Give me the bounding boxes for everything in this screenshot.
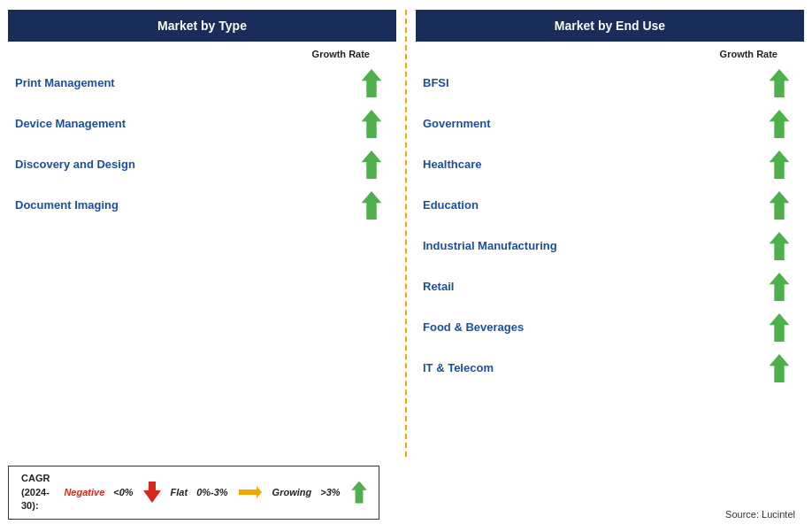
green-up-arrow-icon <box>767 67 792 99</box>
list-item: Document Imaging <box>8 185 396 226</box>
svg-marker-10 <box>770 312 790 341</box>
arrow-up-3 <box>354 189 389 221</box>
green-up-arrow-icon <box>359 108 384 140</box>
panels-area: Market by Type Growth Rate Print Managem… <box>8 10 804 458</box>
right-item-label-2: Healthcare <box>423 158 762 171</box>
green-up-arrow-legend-icon <box>349 480 369 505</box>
arrow-up-r0 <box>762 67 797 99</box>
green-up-arrow-icon <box>767 352 792 384</box>
list-item: Government <box>416 104 804 144</box>
list-item: Print Management <box>8 63 396 104</box>
right-item-label-7: IT & Telecom <box>423 361 762 374</box>
arrow-up-r6 <box>762 312 797 343</box>
svg-marker-1 <box>362 109 382 137</box>
legend: CAGR (2024-30): Negative <0% Flat 0%-3% <box>8 466 379 519</box>
arrow-up-1 <box>354 108 389 140</box>
svg-marker-9 <box>770 272 790 300</box>
legend-flat-value: 0%-3% <box>196 487 227 497</box>
flat-label: Flat <box>171 487 188 497</box>
arrow-up-r2 <box>762 149 797 181</box>
cagr-label: CAGR (2024-30): <box>21 472 50 513</box>
legend-growing-arrow <box>349 480 369 505</box>
arrow-up-r4 <box>762 230 797 262</box>
svg-marker-6 <box>770 150 790 178</box>
svg-marker-3 <box>362 190 382 219</box>
list-item: Device Management <box>8 104 396 144</box>
growing-value-text: >3% <box>320 487 340 497</box>
right-panel: Market by End Use Growth Rate BFSI Gover… <box>416 10 804 458</box>
svg-marker-11 <box>770 353 790 382</box>
left-item-label-1: Device Management <box>15 117 354 130</box>
right-item-label-6: Food & Beverages <box>423 320 762 334</box>
arrow-up-r1 <box>762 108 797 140</box>
flat-value-text: 0%-3% <box>196 487 227 497</box>
source-label: Source: Lucintel <box>725 509 804 520</box>
green-up-arrow-icon <box>359 149 384 181</box>
svg-marker-4 <box>770 68 790 96</box>
bottom-bar: CAGR (2024-30): Negative <0% Flat 0%-3% <box>8 457 804 522</box>
negative-value-text: <0% <box>113 487 133 497</box>
list-item: Retail <box>416 266 804 307</box>
left-item-label-2: Discovery and Design <box>15 158 354 171</box>
left-growth-rate-label: Growth Rate <box>8 49 396 59</box>
arrow-up-r7 <box>762 352 797 384</box>
legend-negative-value: <0% <box>113 487 133 497</box>
green-up-arrow-icon <box>767 271 792 303</box>
right-item-label-4: Industrial Manufacturing <box>423 239 762 252</box>
left-panel-header: Market by Type <box>8 10 396 42</box>
right-item-label-0: BFSI <box>423 76 762 89</box>
legend-growing-value: >3% <box>320 487 340 497</box>
left-item-label-3: Document Imaging <box>15 198 354 212</box>
legend-growing: Growing <box>272 487 312 497</box>
legend-negative: Negative <box>64 487 104 497</box>
green-up-arrow-icon <box>767 149 792 181</box>
right-item-label-5: Retail <box>423 280 762 293</box>
growing-label: Growing <box>272 487 312 497</box>
left-panel: Market by Type Growth Rate Print Managem… <box>8 10 396 458</box>
green-up-arrow-icon <box>359 67 384 99</box>
legend-flat: Flat <box>171 487 188 497</box>
green-up-arrow-icon <box>359 189 384 221</box>
left-item-label-0: Print Management <box>15 76 354 89</box>
list-item: IT & Telecom <box>416 348 804 389</box>
svg-marker-13 <box>239 486 262 498</box>
red-down-arrow-icon <box>142 480 162 505</box>
arrow-up-0 <box>354 67 389 99</box>
arrow-up-2 <box>354 149 389 181</box>
list-item: Industrial Manufacturing <box>416 226 804 266</box>
list-item: Education <box>416 185 804 226</box>
negative-label: Negative <box>64 487 104 497</box>
svg-marker-2 <box>362 150 382 178</box>
green-up-arrow-icon <box>767 230 792 262</box>
svg-marker-8 <box>770 231 790 259</box>
list-item: BFSI <box>416 63 804 104</box>
list-item: Discovery and Design <box>8 144 396 185</box>
svg-marker-14 <box>351 482 367 504</box>
main-container: Market by Type Growth Rate Print Managem… <box>8 10 804 523</box>
green-up-arrow-icon <box>767 108 792 140</box>
svg-marker-5 <box>770 109 790 137</box>
right-item-label-3: Education <box>423 198 762 212</box>
right-panel-header: Market by End Use <box>416 10 804 42</box>
arrow-up-r5 <box>762 271 797 303</box>
legend-flat-arrow <box>237 482 264 502</box>
panel-divider <box>405 10 407 458</box>
svg-marker-0 <box>362 68 382 96</box>
green-up-arrow-icon <box>767 312 792 343</box>
right-growth-rate-label: Growth Rate <box>416 49 804 59</box>
arrow-up-r3 <box>762 189 797 221</box>
svg-marker-12 <box>143 482 161 503</box>
right-item-label-1: Government <box>423 117 762 130</box>
legend-negative-arrow <box>142 480 162 505</box>
svg-marker-7 <box>770 190 790 219</box>
green-up-arrow-icon <box>767 189 792 221</box>
list-item: Healthcare <box>416 144 804 185</box>
orange-right-arrow-icon <box>237 482 264 502</box>
list-item: Food & Beverages <box>416 307 804 348</box>
